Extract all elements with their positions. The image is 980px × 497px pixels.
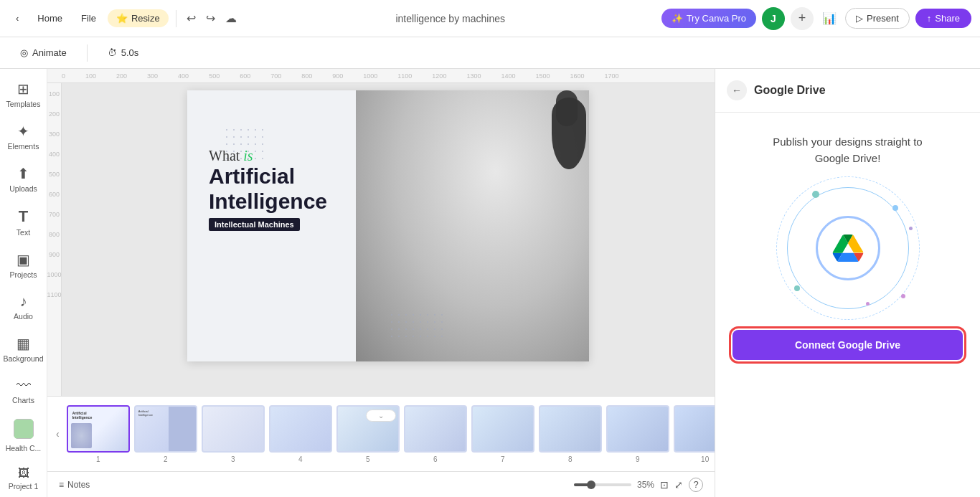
sidebar-label-background: Background xyxy=(3,354,43,363)
cloud-save-button[interactable]: ☁ xyxy=(222,9,240,28)
thumb-slide-7 xyxy=(473,407,533,451)
slide-dots-bottomright xyxy=(388,311,446,340)
sidebar-item-project1[interactable]: 🖼 Project 1 xyxy=(3,461,44,496)
sidebar-item-text[interactable]: T Text xyxy=(3,202,44,242)
present-icon: ▷ xyxy=(856,13,863,24)
gdrive-panel-title: Google Drive xyxy=(754,84,826,97)
projects-icon: ▣ xyxy=(17,251,30,268)
thumb-num-4: 4 xyxy=(298,455,303,463)
fullscreen-button[interactable]: ⤢ xyxy=(674,479,683,491)
thumbnail-4[interactable]: 4 xyxy=(269,405,332,463)
float-dot-1 xyxy=(812,191,819,198)
fit-to-screen-button[interactable]: ⊡ xyxy=(660,479,669,491)
sidebar-label-project1: Project 1 xyxy=(9,482,38,491)
thumbnail-6[interactable]: 6 xyxy=(404,405,467,463)
redo-button[interactable]: ↪ xyxy=(203,9,218,28)
sidebar-item-charts[interactable]: 〰 Charts xyxy=(3,371,44,410)
thumb-img-3[interactable] xyxy=(202,405,265,453)
left-sidebar: ⊞ Templates ✦ Elements ⬆ Uploads T Text … xyxy=(0,69,47,497)
sidebar-label-text: Text xyxy=(17,228,30,237)
templates-icon: ⊞ xyxy=(17,80,29,98)
animate-button[interactable]: ◎ Animate xyxy=(11,44,75,62)
analytics-button[interactable]: 📊 xyxy=(819,9,839,28)
sidebar-item-background[interactable]: ▦ Background xyxy=(3,329,44,369)
float-dot-6 xyxy=(866,302,870,306)
thumbnail-2[interactable]: ArtificialIntelligence 2 xyxy=(134,405,197,463)
sidebar-label-projects: Projects xyxy=(10,270,37,279)
thumb-slide-3 xyxy=(203,407,263,451)
thumb-slide-8 xyxy=(540,407,600,451)
thumbnail-3[interactable]: 3 xyxy=(202,405,265,463)
sidebar-item-projects[interactable]: ▣ Projects xyxy=(3,245,44,285)
zoom-slider-track[interactable] xyxy=(574,483,631,486)
duration-button[interactable]: ⏱ 5.0s xyxy=(99,44,148,62)
float-dot-5 xyxy=(909,227,913,230)
main-area: ⊞ Templates ✦ Elements ⬆ Uploads T Text … xyxy=(0,69,980,497)
thumb-slide-10 xyxy=(675,407,715,451)
resize-button[interactable]: ⭐ Resize xyxy=(108,9,169,27)
slide-artificial: Artificial xyxy=(209,164,327,189)
thumbnail-10[interactable]: 10 xyxy=(674,405,715,463)
thumb-slide-1: ArtificialIntelligence xyxy=(68,407,128,451)
sidebar-item-audio[interactable]: ♪ Audio xyxy=(3,288,44,326)
thumbnail-8[interactable]: 8 xyxy=(539,405,602,463)
gdrive-panel-body: Publish your designs straight to Google … xyxy=(715,113,980,497)
canvas-with-ruler: 100 200 300 400 500 600 700 800 900 1000… xyxy=(47,83,715,396)
canvas-wrapper[interactable]: What is Artificial Intelligence Intellec… xyxy=(62,83,715,396)
try-canva-button[interactable]: ✨ Try Canva Pro xyxy=(661,9,756,28)
thumb-num-1: 1 xyxy=(96,455,100,463)
thumb-img-1[interactable]: ArtificialIntelligence xyxy=(67,405,130,453)
home-button[interactable]: Home xyxy=(30,9,70,27)
slide-canvas[interactable]: What is Artificial Intelligence Intellec… xyxy=(187,90,589,361)
scroll-left-button[interactable]: ‹ xyxy=(53,425,62,442)
undo-button[interactable]: ↩ xyxy=(184,9,199,28)
gdrive-svg-logo xyxy=(832,235,864,262)
uploads-icon: ⬆ xyxy=(17,165,29,182)
sidebar-item-uploads[interactable]: ⬆ Uploads xyxy=(3,159,44,199)
collapse-button-area: ⌄ xyxy=(366,408,396,422)
animate-icon: ◎ xyxy=(20,47,28,58)
share-button[interactable]: ↑ Share xyxy=(915,9,971,28)
ruler-top: 0 100 200 300 400 500 600 700 800 900 10… xyxy=(47,69,715,83)
thumb-num-9: 9 xyxy=(636,455,640,463)
add-user-button[interactable]: + xyxy=(791,7,814,30)
zoom-slider-thumb[interactable] xyxy=(587,481,595,489)
sidebar-item-elements[interactable]: ✦ Elements xyxy=(3,117,44,156)
file-button[interactable]: File xyxy=(74,9,103,27)
thumb-img-8[interactable] xyxy=(539,405,602,453)
thumb-num-8: 8 xyxy=(568,455,573,463)
slide-subtitle: Intellectual Machines xyxy=(209,218,300,231)
present-button[interactable]: ▷ Present xyxy=(845,8,910,29)
collapse-thumbnails-button[interactable]: ⌄ xyxy=(366,410,396,422)
ruler-left: 100 200 300 400 500 600 700 800 900 1000… xyxy=(47,83,62,396)
thumb-img-10[interactable] xyxy=(674,405,715,453)
thumb-img-6[interactable] xyxy=(404,405,467,453)
user-avatar[interactable]: J xyxy=(762,7,785,30)
share-icon: ↑ xyxy=(927,13,932,24)
thumb-img-9[interactable] xyxy=(606,405,669,453)
sidebar-item-health[interactable]: Health C... xyxy=(3,413,44,458)
charts-icon: 〰 xyxy=(17,377,31,394)
thumb-slide-4 xyxy=(270,407,331,451)
slide-intelligence: Intelligence xyxy=(209,189,327,214)
gdrive-back-button[interactable]: ← xyxy=(727,80,747,100)
back-button[interactable]: ‹ xyxy=(9,9,26,27)
sidebar-label-uploads: Uploads xyxy=(9,184,37,193)
thumb-img-4[interactable] xyxy=(269,405,332,453)
float-dot-3 xyxy=(901,294,905,298)
toolbar-right-section: ✨ Try Canva Pro J + 📊 ▷ Present ↑ Share xyxy=(661,7,971,30)
thumb-img-7[interactable] xyxy=(471,405,534,453)
timer-icon: ⏱ xyxy=(108,47,117,58)
notes-button[interactable]: ≡ Notes xyxy=(59,480,90,490)
thumbnail-9[interactable]: 9 xyxy=(606,405,669,463)
notes-icon: ≡ xyxy=(59,480,64,490)
project1-icon: 🖼 xyxy=(18,467,29,480)
slide-text-block: What is Artificial Intelligence Intellec… xyxy=(209,148,327,231)
sidebar-item-templates[interactable]: ⊞ Templates xyxy=(3,75,44,114)
thumb-img-2[interactable]: ArtificialIntelligence xyxy=(134,405,197,453)
float-dot-4 xyxy=(794,285,800,291)
thumbnail-7[interactable]: 7 xyxy=(471,405,534,463)
connect-google-drive-button[interactable]: Connect Google Drive xyxy=(732,330,963,360)
help-button[interactable]: ? xyxy=(689,478,703,492)
thumbnail-1[interactable]: ArtificialIntelligence 1 xyxy=(67,405,130,463)
